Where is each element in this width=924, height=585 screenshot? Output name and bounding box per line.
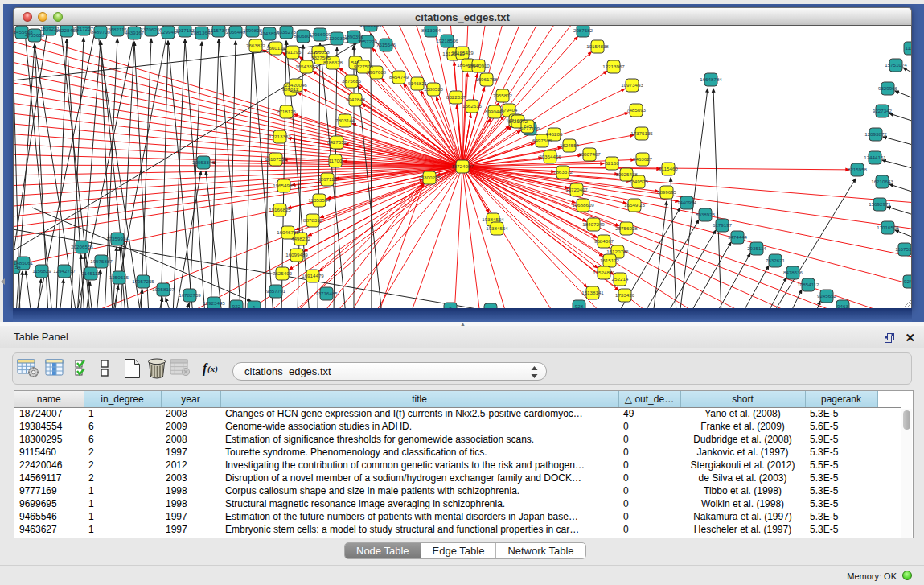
svg-text:15751074: 15751074 (885, 62, 907, 68)
svg-text:1167534: 1167534 (895, 246, 912, 252)
svg-text:10958107: 10958107 (152, 286, 175, 292)
svg-text:17016504: 17016504 (877, 225, 899, 230)
svg-text:1588520: 1588520 (424, 86, 444, 92)
svg-text:7663822: 7663822 (246, 43, 266, 48)
svg-text:7632621: 7632621 (766, 257, 786, 263)
svg-text:18724007: 18724007 (451, 163, 474, 169)
svg-text:13524851: 13524851 (593, 270, 615, 275)
svg-text:16046788: 16046788 (277, 229, 299, 235)
svg-text:1485061: 1485061 (14, 260, 34, 266)
svg-text:20053346: 20053346 (192, 159, 215, 165)
svg-text:6899695: 6899695 (657, 189, 677, 195)
svg-text:7515546: 7515546 (376, 42, 396, 47)
svg-text:16099489: 16099489 (285, 252, 308, 257)
svg-text:19384554: 19384554 (486, 225, 508, 231)
svg-text:2718126: 2718126 (277, 109, 297, 114)
svg-text:9242848: 9242848 (346, 97, 366, 102)
svg-text:10154838: 10154838 (586, 43, 609, 49)
svg-text:16782759: 16782759 (179, 292, 201, 298)
svg-text:1733426: 1733426 (615, 292, 635, 298)
svg-text:1250515: 1250515 (109, 274, 129, 280)
svg-text:2935114: 2935114 (747, 245, 766, 251)
svg-text:17359924: 17359924 (106, 236, 129, 241)
svg-text:8478636: 8478636 (783, 270, 803, 275)
svg-text:18407249: 18407249 (582, 221, 605, 227)
svg-text:13125419: 13125419 (451, 50, 474, 56)
svg-text:12213363: 12213363 (269, 134, 291, 139)
svg-text:9146821: 9146821 (408, 80, 428, 86)
svg-text:19654985: 19654985 (273, 183, 295, 188)
svg-text:7803144: 7803144 (335, 117, 355, 123)
svg-text:9245652: 9245652 (817, 293, 837, 299)
svg-text:9227342: 9227342 (873, 108, 893, 113)
svg-text:8215958: 8215958 (848, 167, 868, 172)
svg-text:9474444: 9474444 (728, 234, 748, 240)
svg-text:19218506: 19218506 (436, 38, 458, 43)
svg-text:12942737: 12942737 (53, 268, 76, 274)
svg-text:23420046: 23420046 (285, 82, 307, 88)
svg-text:4498222: 4498222 (291, 236, 311, 241)
svg-text:19166825: 19166825 (269, 207, 291, 212)
svg-text:(x): (x) (207, 364, 218, 374)
svg-text:9115460: 9115460 (659, 166, 678, 171)
svg-text:16961758: 16961758 (475, 76, 498, 82)
svg-text:19832259: 19832259 (359, 26, 382, 27)
svg-text:17957255: 17957255 (132, 278, 154, 284)
svg-text:16549 23: 16549 23 (624, 202, 645, 208)
svg-text:891295: 891295 (285, 49, 302, 55)
svg-text:11700: 11700 (329, 158, 343, 163)
svg-text:2087682: 2087682 (573, 27, 593, 33)
svg-text:18640910: 18640910 (467, 63, 490, 68)
svg-text:12213967: 12213967 (602, 64, 625, 69)
svg-text:245: 245 (524, 123, 532, 129)
svg-text:17375135: 17375135 (630, 130, 653, 136)
svg-text:15692971: 15692971 (869, 201, 891, 207)
svg-text:12923445: 12923445 (203, 300, 225, 306)
svg-text:20756928: 20756928 (615, 225, 638, 231)
svg-text:1562615: 1562615 (462, 103, 483, 109)
svg-text:16648784: 16648784 (700, 76, 722, 82)
svg-text:10688609: 10688609 (572, 202, 594, 208)
svg-text:10807487: 10807487 (578, 151, 601, 157)
svg-text:7955812: 7955812 (493, 93, 513, 98)
svg-text:10025438: 10025438 (615, 171, 638, 177)
svg-text:8878312: 8878312 (303, 217, 323, 223)
svg-text:9684067: 9684067 (594, 238, 614, 244)
svg-text:20364456: 20364456 (539, 154, 561, 159)
svg-text:1624554: 1624554 (560, 142, 580, 148)
svg-text:9857791: 9857791 (266, 288, 286, 294)
svg-text:7857224: 7857224 (358, 39, 378, 44)
svg-text:8322037: 8322037 (446, 94, 466, 100)
svg-text:16107554: 16107554 (265, 156, 287, 162)
svg-text:11353594: 11353594 (308, 197, 331, 203)
svg-text:2967608: 2967608 (367, 69, 387, 75)
svg-text:19384554: 19384554 (482, 216, 504, 222)
svg-text:13716485: 13716485 (315, 290, 338, 296)
svg-text:62160: 62160 (605, 160, 619, 166)
svg-text:16914479: 16914479 (302, 273, 324, 278)
svg-text:6179197: 6179197 (713, 222, 733, 228)
svg-text:3660124: 3660124 (266, 45, 286, 51)
svg-text:9329966: 9329966 (878, 85, 898, 91)
svg-text:15720407: 15720407 (565, 187, 588, 192)
svg-text:1145111: 1145111 (82, 270, 101, 276)
svg-text:8813054: 8813054 (421, 27, 441, 33)
svg-text:252214: 252214 (612, 276, 629, 282)
svg-text:1349575: 1349575 (629, 179, 649, 184)
svg-text:12444151: 12444151 (864, 154, 886, 160)
svg-text:8454749: 8454749 (389, 74, 409, 80)
svg-text:1440954: 1440954 (677, 200, 697, 205)
svg-text:7485093: 7485093 (626, 107, 647, 113)
svg-text:7625402: 7625402 (273, 270, 293, 276)
svg-text:19975887: 19975887 (90, 258, 113, 264)
svg-text:10854112: 10854112 (797, 282, 819, 287)
svg-text:16120746: 16120746 (606, 249, 629, 254)
svg-text:3875685: 3875685 (342, 78, 362, 84)
svg-text:8427552: 8427552 (327, 139, 347, 145)
svg-text:9463627: 9463627 (633, 156, 653, 162)
svg-text:7863372: 7863372 (553, 169, 573, 175)
svg-text:9327505: 9327505 (354, 64, 374, 69)
svg-text:6497568: 6497568 (532, 138, 552, 143)
svg-text:1156829: 1156829 (32, 268, 51, 274)
svg-text:20206556: 20206556 (71, 244, 93, 249)
